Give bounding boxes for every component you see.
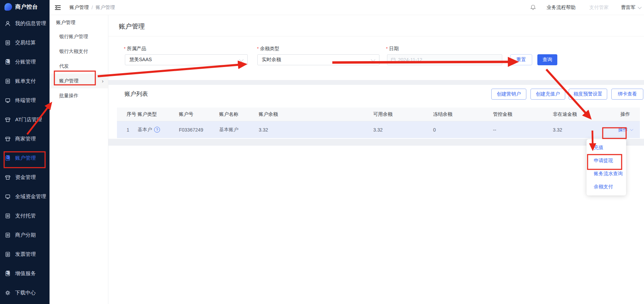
sidebar-item-my-info[interactable]: 我的信息管理 [0,14,50,33]
document-list-icon [5,213,11,219]
store-icon [5,117,11,123]
sidebar-item-merchant-management[interactable]: 商家管理 [0,129,50,148]
sidebar-item-value-added-services[interactable]: 增值服务 [0,264,50,283]
menu-item-balance-payment[interactable]: 余额支付 [587,180,626,193]
menu-item-recharge[interactable]: 充值 [587,141,626,154]
store-icon [5,136,11,142]
submenu-item-bank-account-management[interactable]: 银行账户管理 [50,29,108,44]
topbar-right: 业务流程帮助 支付管家 曹雷军 [530,4,644,11]
cell-account-no: F03367249 [179,127,219,133]
secondary-sidebar: 账户管理 银行账户管理 银行大额支付 代发 账户管理 › 批量操作 [50,15,108,304]
submenu-header: 账户管理 [50,15,108,29]
section-gap [108,80,644,85]
sidebar-item-terminal-management[interactable]: 终端管理 [0,91,50,110]
sidebar-item-payment-escrow[interactable]: 支付托管 [0,206,50,225]
action-dropdown-menu: 充值 申请提现 账务流水查询 余额支付 [587,139,626,195]
quota-warning-settings-button[interactable]: 额度预警设置 [569,89,607,100]
account-table: 序号 账户类型 账户号 账户名称 账户余额 可用余额 冻结余额 管控金额 非在途… [117,108,640,138]
create-marketing-account-button[interactable]: 创建营销户 [491,89,526,100]
main-content: 账户管理 *所属产品 *余额类型 *日期 慧美SAAS 实时余额 2024-11… [108,15,644,304]
brand-logo-icon [4,3,12,11]
menu-item-account-flow-query[interactable]: 账务流水查询 [587,167,626,180]
table-header-row: 序号 账户类型 账户号 账户名称 账户余额 可用余额 冻结余额 管控金额 非在途… [117,108,640,121]
document-list-icon [5,232,11,238]
chevron-down-icon [630,127,633,131]
submenu-item-batch-operation[interactable]: 批量操作 [50,88,108,103]
notification-bell-icon[interactable] [530,4,536,11]
user-menu[interactable]: 曹雷军 [621,4,641,11]
submenu-item-account-management[interactable]: 账户管理 › [50,74,108,88]
breadcrumb-account-management-2[interactable]: 账户管理 [96,4,115,11]
sidebar-item-account-management[interactable]: 账户管理 [0,148,50,168]
product-label: *所属产品 [124,46,146,52]
cell-account-name: 基本账户 [219,127,259,133]
sidebar-item-funds-management[interactable]: 资金管理 [0,168,50,187]
submenu-item-agent-pay[interactable]: 代发 [50,59,108,74]
create-recharge-account-button[interactable]: 创建充值户 [530,89,565,100]
invoice-icon [5,251,11,257]
dollar-list-icon [5,59,11,65]
account-list-title: 账户列表 [125,90,148,98]
brand[interactable]: 商户控台 [0,0,50,14]
gear-icon [5,290,11,296]
dollar-list-icon [5,155,11,161]
cell-action: 操作 [611,127,640,133]
question-circle-icon[interactable]: ? [154,127,160,133]
collapse-sidebar-icon[interactable] [54,4,61,11]
cell-controlled: -- [493,127,553,133]
chevron-down-icon [638,5,642,9]
dollar-list-icon [5,271,11,277]
sidebar-item-invoice-management[interactable]: 发票管理 [0,245,50,264]
sidebar-item-global-funds-management[interactable]: 全域资金管理 [0,187,50,206]
chevron-down-icon [371,57,375,62]
query-button[interactable]: 查询 [537,54,557,65]
table-row: 1 基本户 ? F03367249 基本账户 3.32 3.32 0 -- 3.… [117,121,640,138]
cell-index: 1 [127,127,138,133]
sidebar-item-transaction-settlement[interactable]: 交易结算 [0,33,50,52]
sidebar-item-at-store-management[interactable]: AT门店管理 [0,110,50,129]
sidebar-item-download-center[interactable]: 下载中心 [0,283,50,302]
brand-name: 商户控台 [15,3,38,11]
bind-card-view-button[interactable]: 绑卡查看 [611,89,643,100]
chevron-right-icon: › [102,78,104,84]
breadcrumb-separator: / [92,5,93,10]
submenu-item-bank-large-payment[interactable]: 银行大额支付 [50,44,108,59]
row-action-link[interactable]: 操作 [618,127,632,133]
section-gap [108,139,644,146]
document-list-icon [5,78,11,84]
date-input[interactable]: 2024-11-12 [387,54,502,65]
sidebar-item-split-account[interactable]: 分账管理 [0,52,50,71]
cell-non-transit: 3.32 [553,127,611,133]
terminal-icon [5,98,11,103]
divider [108,36,644,36]
balance-type-select[interactable]: 实时余额 [257,54,379,65]
merchant-console-app: $ 商户控台 我的信息管理 交易结算 分账管理 账单支付 终端管理 AT门店管理… [0,0,644,304]
cell-frozen: 0 [433,127,493,133]
balance-type-label: *余额类型 [257,46,279,52]
business-process-help-link[interactable]: 业务流程帮助 [547,4,576,11]
menu-item-apply-withdrawal[interactable]: 申请提现 [587,154,626,167]
sidebar-item-merchant-installment[interactable]: 商户分期 [0,225,50,245]
cell-account-type: 基本户 ? [138,127,179,133]
user-icon [5,21,11,26]
product-select[interactable]: 慧美SAAS [125,54,248,65]
funds-icon [5,174,11,180]
breadcrumb: 账户管理 / 账户管理 [69,4,115,11]
date-label: *日期 [386,46,399,52]
calendar-icon [391,57,396,62]
global-funds-icon [5,194,11,200]
primary-sidebar: 商户控台 我的信息管理 交易结算 分账管理 账单支付 终端管理 AT门店管理 商… [0,0,50,304]
document-list-icon [5,40,11,46]
sidebar-item-bill-payment[interactable]: 账单支付 [0,71,50,91]
breadcrumb-account-management[interactable]: 账户管理 [69,4,89,11]
payment-manager-link[interactable]: 支付管家 [589,4,609,11]
cell-available: 3.32 [373,127,433,133]
cell-balance: 3.32 [259,127,373,133]
username: 曹雷军 [621,4,635,11]
top-bar: 账户管理 / 账户管理 业务流程帮助 支付管家 曹雷军 [50,0,644,15]
page-title: 账户管理 [119,22,145,31]
reset-button[interactable]: 重置 [510,54,532,65]
chevron-down-icon [239,57,244,62]
